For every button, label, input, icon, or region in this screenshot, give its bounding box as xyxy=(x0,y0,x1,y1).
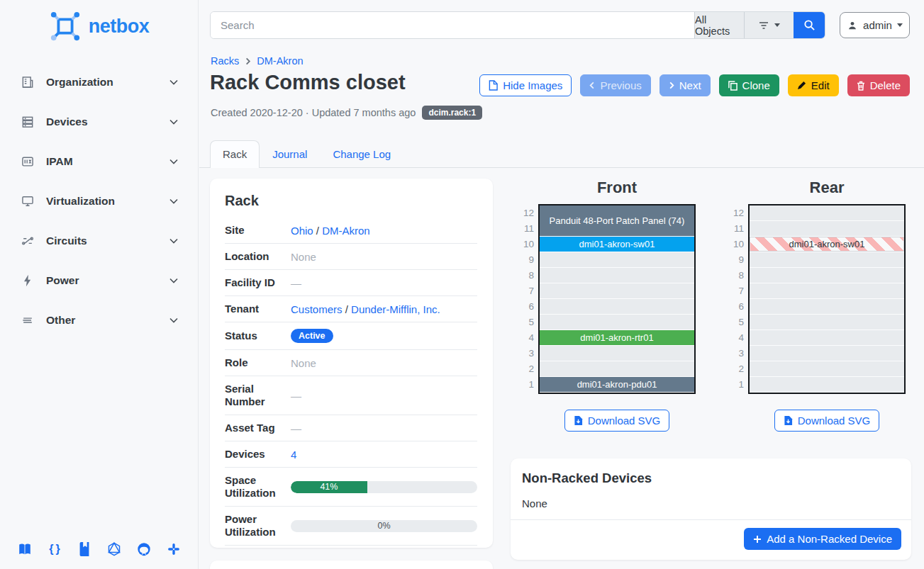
elevation-title: Rear xyxy=(717,177,924,198)
user-menu-button[interactable]: admin xyxy=(840,12,910,38)
rack-unit-empty[interactable] xyxy=(750,330,904,345)
site-child-link[interactable]: DM-Akron xyxy=(322,225,370,237)
front-elevation: Front 121110987654321 Panduit 48-Port Pa… xyxy=(507,177,727,432)
add-non-racked-device-button[interactable]: Add a Non-Racked Device xyxy=(744,528,901,550)
search-filter-button[interactable] xyxy=(744,12,794,38)
rack-unit-empty[interactable] xyxy=(540,361,694,376)
unit-number: 11 xyxy=(723,221,744,237)
rack-unit-empty[interactable] xyxy=(750,252,904,267)
rack-unit-empty[interactable] xyxy=(540,283,694,298)
graphql-icon[interactable] xyxy=(105,540,123,558)
rack-unit-empty[interactable] xyxy=(540,268,694,283)
sidebar-item-other[interactable]: Other xyxy=(0,300,198,340)
api-docs-icon[interactable] xyxy=(75,540,94,558)
previous-button[interactable]: Previous xyxy=(580,74,650,96)
sidebar-item-power[interactable]: Power xyxy=(0,261,198,300)
unit-number: 6 xyxy=(513,299,534,315)
field-row-space-utilization: Space Utilization 41% xyxy=(225,468,477,507)
virtualization-icon xyxy=(20,193,35,209)
tab-journal[interactable]: Journal xyxy=(260,140,320,167)
tab-bar: Rack Journal Change Log xyxy=(199,138,924,168)
facility-id-value: — xyxy=(291,277,477,289)
unit-number: 3 xyxy=(723,346,744,361)
slack-icon[interactable] xyxy=(165,540,183,558)
pencil-icon xyxy=(797,81,806,90)
rack-device[interactable]: dmi01-akron-sw01 xyxy=(540,237,694,252)
rack-unit-empty[interactable] xyxy=(750,361,904,376)
object-meta: Created 2020-12-20 · Updated 7 months ag… xyxy=(211,106,482,120)
next-button[interactable]: Next xyxy=(659,74,711,96)
sidebar-item-label: Devices xyxy=(46,116,168,128)
location-value: None xyxy=(291,251,477,263)
search-submit-button[interactable] xyxy=(794,12,825,38)
sidebar-item-virtualization[interactable]: Virtualization xyxy=(0,181,198,221)
object-type-button[interactable]: All Objects xyxy=(694,12,744,38)
rack-device[interactable]: dmi01-akron-sw01 xyxy=(750,237,904,252)
clone-button[interactable]: Clone xyxy=(719,74,779,96)
app-root: netbox Organization Devices xyxy=(0,0,924,569)
netbox-logo[interactable]: netbox xyxy=(0,0,198,47)
rack-device[interactable]: dmi01-akron-pdu01 xyxy=(540,377,694,392)
github-icon[interactable] xyxy=(135,540,153,558)
rack-unit-empty[interactable] xyxy=(540,315,694,329)
caret-down-icon xyxy=(897,23,903,27)
chevron-down-icon xyxy=(168,196,179,207)
breadcrumb-racks-link[interactable]: Racks xyxy=(211,55,239,67)
unit-number: 7 xyxy=(513,283,534,299)
rack-unit-empty[interactable] xyxy=(750,377,904,392)
download-svg-button[interactable]: Download SVG xyxy=(564,410,670,432)
field-row-tenant: Tenant Customers / Dunder-Mifflin, Inc. xyxy=(225,296,477,322)
rack-unit-empty[interactable] xyxy=(750,221,904,236)
power-utilization-label: 0% xyxy=(291,520,477,532)
docs-icon[interactable] xyxy=(16,540,34,558)
sidebar-item-organization[interactable]: Organization xyxy=(0,62,198,102)
rack-unit-empty[interactable] xyxy=(750,299,904,314)
organization-icon xyxy=(20,74,35,90)
rack-unit-empty[interactable] xyxy=(750,283,904,298)
panel-title: Non-Racked Devices xyxy=(511,458,911,486)
sidebar-item-devices[interactable]: Devices xyxy=(0,102,198,142)
rack-body: dmi01-akron-sw01 xyxy=(750,205,904,392)
other-icon xyxy=(20,312,35,328)
rack-unit-empty[interactable] xyxy=(750,268,904,283)
unit-number: 2 xyxy=(513,361,534,377)
rack-unit-empty[interactable] xyxy=(750,315,904,329)
ipam-icon xyxy=(20,154,35,169)
rack-unit-empty[interactable] xyxy=(540,346,694,361)
sidebar-item-circuits[interactable]: Circuits xyxy=(0,221,198,261)
rack-unit-empty[interactable] xyxy=(540,299,694,314)
unit-number: 10 xyxy=(513,237,534,252)
site-link[interactable]: Ohio xyxy=(291,225,313,237)
hide-images-button[interactable]: Hide Images xyxy=(479,74,572,96)
object-id-badge: dcim.rack:1 xyxy=(422,106,482,120)
delete-button[interactable]: Delete xyxy=(847,74,910,96)
search-input[interactable] xyxy=(211,12,694,38)
created-updated-text: Created 2020-12-20 · Updated 7 months ag… xyxy=(211,107,416,118)
tenant-link[interactable]: Dunder-Mifflin, Inc. xyxy=(351,303,440,315)
field-label: Power Utilization xyxy=(225,513,291,539)
sidebar-item-ipam[interactable]: IPAM xyxy=(0,142,198,181)
sidebar-footer: { } xyxy=(0,535,199,563)
download-file-icon xyxy=(574,415,583,426)
edit-button[interactable]: Edit xyxy=(788,74,839,96)
field-row-power-utilization: Power Utilization 0% xyxy=(225,507,477,546)
rack-device[interactable]: Panduit 48-Port Patch Panel (74) xyxy=(540,205,694,236)
tenant-group-link[interactable]: Customers xyxy=(291,303,343,315)
role-value: None xyxy=(291,357,477,369)
rack-unit-empty[interactable] xyxy=(750,346,904,361)
download-svg-button[interactable]: Download SVG xyxy=(774,410,880,432)
rest-api-icon[interactable]: { } xyxy=(45,540,64,558)
devices-count-link[interactable]: 4 xyxy=(291,449,296,461)
rack-body: Panduit 48-Port Patch Panel (74)dmi01-ak… xyxy=(540,205,694,392)
unit-number: 4 xyxy=(723,330,744,346)
sidebar-nav: Organization Devices IPAM xyxy=(0,62,198,340)
unit-number: 2 xyxy=(723,361,744,377)
rack-device[interactable]: dmi01-akron-rtr01 xyxy=(540,330,694,345)
tab-rack[interactable]: Rack xyxy=(210,140,260,168)
chevron-down-icon xyxy=(168,315,179,326)
breadcrumb-site-link[interactable]: DM-Akron xyxy=(257,55,303,67)
field-row-site: Site Ohio / DM-Akron xyxy=(225,218,477,244)
rack-unit-empty[interactable] xyxy=(750,205,904,220)
tab-change-log[interactable]: Change Log xyxy=(320,140,403,167)
rack-unit-empty[interactable] xyxy=(540,252,694,267)
